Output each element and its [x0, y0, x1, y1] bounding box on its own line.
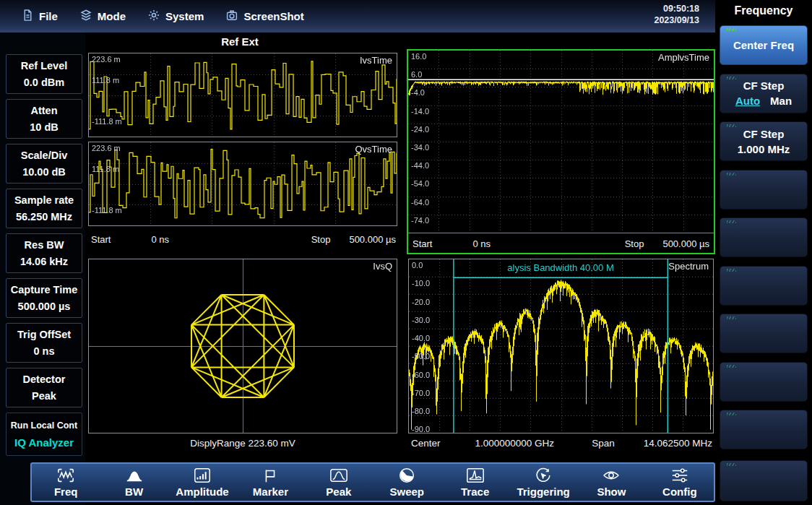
- y-axis-tick-label: -60.0: [412, 371, 430, 379]
- menu-item-system[interactable]: System: [147, 9, 204, 24]
- start-value: 0 ns: [472, 238, 491, 249]
- toolbar-item-peak[interactable]: Peak: [305, 464, 373, 501]
- softkey-cf-step-auto-man[interactable]: CF StepAutoMan: [720, 74, 808, 113]
- toolbar-item-show[interactable]: Show: [577, 464, 645, 501]
- y-axis-tick-label: -50.0: [412, 352, 430, 361]
- y-axis-tick-label: -24.0: [411, 125, 429, 134]
- span-value: 14.062500 MHz: [644, 438, 712, 449]
- y-axis-tick-label: -14.0: [411, 107, 429, 116]
- measurement-display: Ref Ext IvsTime 223.6 m111.8 m-111.8 m Q…: [85, 33, 715, 462]
- cf-step-man-option[interactable]: Man: [770, 93, 792, 108]
- time-axis-labels: Start 0 ns Stop 500.000 µs: [408, 236, 714, 251]
- menu-item-label: ScreenShot: [243, 10, 303, 22]
- time-axis-labels: Start 0 ns Stop 500.000 µs: [88, 232, 397, 246]
- analysis-bandwidth-annotation: alysis Bandwidth 40.00 M: [454, 262, 668, 273]
- y-axis-tick-label: 223.6 m: [92, 144, 121, 152]
- layers-icon: [79, 9, 92, 24]
- readout-atten: Atten10 dB: [6, 99, 82, 139]
- softkey-empty: [720, 410, 808, 449]
- softkey-empty: [720, 217, 808, 257]
- ivstime-chart-panel: IvsTime 223.6 m111.8 m-111.8 m: [88, 53, 397, 137]
- readout-res-bw: Res BW14.06 kHz: [6, 233, 82, 273]
- camera-icon: [225, 9, 238, 24]
- peak-curve-icon: [329, 467, 348, 484]
- amplvstime-plot-area: AmplvsTime 16.06.0-4.0-14.0-24.0-34.0-44…: [408, 51, 714, 233]
- softkey-cf-step-value[interactable]: CF Step1.000 MHz: [720, 121, 808, 161]
- menu-item-label: System: [165, 10, 204, 22]
- y-axis-tick-label: 6.0: [411, 70, 422, 79]
- spectrum-trace-canvas: [409, 259, 713, 433]
- y-axis-tick-label: 16.0: [411, 52, 426, 61]
- toolbar-item-bw[interactable]: BW: [100, 464, 168, 501]
- spectrum-chart-title: Spectrum: [668, 261, 709, 272]
- amplvstime-chart-title: AmplvsTime: [658, 52, 709, 63]
- amplvstime-chart-panel-highlighted: AmplvsTime 16.06.0-4.0-14.0-24.0-34.0-44…: [407, 49, 715, 254]
- config-sliders-icon: [670, 467, 689, 484]
- readout-sample-rate: Sample rate56.250 MHz: [6, 189, 82, 228]
- run-state: Run Local ContIQ Analyzer: [6, 413, 82, 456]
- y-axis-tick-label: 0.0: [412, 261, 423, 269]
- reference-status: Ref Ext: [85, 35, 394, 48]
- spectrum-center-span-row: Center 1.000000000 GHz Span 14.062500 MH…: [408, 438, 714, 449]
- softkey-empty: [720, 460, 808, 501]
- center-value: 1.000000000 GHz: [475, 438, 555, 449]
- clock-date: 2023/09/13: [654, 14, 699, 26]
- trace-spectrum-icon: [466, 467, 485, 484]
- y-axis-tick-label: -64.0: [411, 198, 429, 207]
- cf-step-auto-option[interactable]: Auto: [735, 93, 760, 108]
- softkey-empty: [720, 170, 808, 210]
- y-axis-tick-label: 111.8 m: [92, 76, 119, 85]
- amplvstime-trace-canvas: [408, 51, 714, 233]
- readout-capture-time: Capture Time500.000 µs: [6, 278, 82, 318]
- y-axis-tick-label: -54.0: [411, 179, 429, 188]
- ivsq-chart-title: IvsQ: [373, 261, 392, 272]
- sweep-icon: [397, 467, 416, 484]
- toolbar-item-freq[interactable]: Freq: [32, 464, 100, 501]
- y-axis-tick-label: -30.0: [412, 316, 430, 324]
- clock-time: 09:50:18: [654, 3, 699, 14]
- softkey-empty: [720, 314, 808, 353]
- ivsq-constellation-canvas: [89, 259, 397, 433]
- qvstime-chart-title: QvsTime: [355, 144, 392, 155]
- menu-item-mode[interactable]: Mode: [79, 9, 126, 24]
- ivsq-display-range: DisplyRange 223.60 mV: [88, 438, 397, 449]
- qvstime-trace-canvas: [89, 142, 397, 225]
- y-axis-tick-label: -44.0: [411, 161, 429, 170]
- span-label: Span: [592, 438, 615, 449]
- y-axis-tick-label: -90.0: [412, 425, 430, 433]
- freq-waveform-icon: [56, 467, 75, 484]
- center-label: Center: [411, 438, 441, 449]
- menu-item-file[interactable]: File: [22, 9, 58, 24]
- ivstime-chart-title: IvsTime: [360, 55, 392, 66]
- readout-detector: DetectorPeak: [6, 368, 82, 407]
- toolbar-item-label: Triggering: [517, 485, 569, 498]
- stop-value: 500.000 µs: [349, 234, 396, 245]
- menu-item-screenshot[interactable]: ScreenShot: [225, 9, 303, 24]
- toolbar-item-amplitude[interactable]: Amplitude: [168, 464, 236, 501]
- start-label: Start: [91, 234, 111, 245]
- menu-item-label: File: [39, 10, 58, 22]
- toolbar-item-label: Show: [597, 485, 626, 498]
- toolbar-item-trace[interactable]: Trace: [441, 464, 509, 501]
- y-axis-tick-label: -20.0: [412, 298, 430, 306]
- softkey-empty: [720, 266, 808, 306]
- gear-icon: [147, 9, 160, 24]
- toolbar-item-config[interactable]: Config: [646, 464, 714, 501]
- top-menu-bar: FileModeSystemScreenShot 09:50:18 2023/0…: [0, 0, 715, 33]
- softkey-panel-title: Frequency: [715, 4, 812, 17]
- y-axis-tick-label: -111.8 m: [92, 206, 122, 215]
- toolbar-item-triggering[interactable]: Triggering: [509, 464, 577, 501]
- toolbar-item-label: Marker: [253, 485, 288, 498]
- y-axis-tick-label: -111.8 m: [92, 117, 122, 126]
- toolbar-item-label: Peak: [326, 485, 351, 498]
- toolbar-item-marker[interactable]: Marker: [236, 464, 304, 501]
- clock: 09:50:18 2023/09/13: [654, 3, 699, 26]
- toolbar-item-label: Trace: [461, 485, 489, 498]
- readout-trig-offset: Trig OffSet0 ns: [6, 323, 82, 363]
- toolbar-item-sweep[interactable]: Sweep: [373, 464, 441, 501]
- readout-scale-div: Scale/Div10.00 dB: [6, 144, 82, 184]
- toolbar-item-label: Amplitude: [176, 485, 228, 498]
- toolbar-item-label: BW: [125, 485, 143, 498]
- menu-item-label: Mode: [98, 10, 126, 22]
- softkey-center-freq[interactable]: Center Freq: [720, 25, 808, 65]
